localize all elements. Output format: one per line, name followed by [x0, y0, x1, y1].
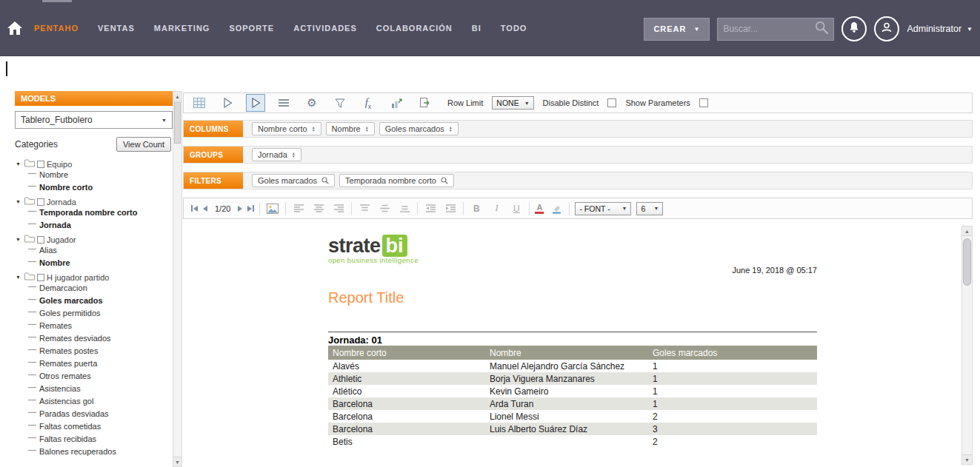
valign-middle-icon[interactable] — [377, 201, 392, 216]
field-chip[interactable]: Goles marcados — [252, 174, 335, 187]
tree-field[interactable]: Demarcacion — [16, 283, 171, 296]
collapse-caret-icon[interactable]: ▼ — [16, 237, 22, 242]
home-icon[interactable] — [7, 21, 22, 35]
view-count-button[interactable]: View Count — [116, 137, 171, 152]
tree-folder[interactable]: ▼Jornada — [16, 195, 171, 208]
tree-field[interactable]: Asistencias gol — [16, 397, 171, 409]
field-chip[interactable]: Nombre corto▲▼ — [252, 122, 321, 135]
outdent-icon[interactable] — [423, 201, 438, 216]
tree-field[interactable]: Balones recuperados — [16, 447, 171, 460]
valign-bottom-icon[interactable] — [397, 201, 412, 216]
tree-folder[interactable]: ▼Jugador — [16, 233, 171, 246]
tree-folder[interactable]: ▼H jugador partido — [16, 271, 171, 283]
field-chip[interactable]: Temporada nombre corto — [339, 174, 454, 187]
bold-button[interactable]: B — [469, 201, 484, 216]
user-menu[interactable]: Administrator ▼ — [907, 24, 973, 34]
nav-menu-item[interactable]: PENTAHO — [34, 24, 79, 33]
scroll-down-icon[interactable]: ▼ — [173, 457, 181, 466]
nav-menu-item[interactable]: MARKETING — [154, 24, 210, 33]
gear-icon[interactable]: ⚙ — [302, 94, 321, 112]
field-chip[interactable]: Jornada▲▼ — [252, 148, 301, 161]
export-icon[interactable] — [415, 94, 434, 112]
underline-button[interactable]: U — [509, 201, 524, 216]
group-header[interactable]: Jornada: 01 — [328, 335, 817, 346]
tree-field[interactable]: Faltas cometidas — [16, 422, 171, 434]
tree-field[interactable]: Nombre — [16, 170, 171, 183]
highlight-icon[interactable] — [549, 201, 564, 216]
tree-field[interactable]: Otros remates — [16, 372, 171, 384]
font-color-button[interactable]: A — [535, 204, 544, 214]
tree-field[interactable]: Remates postes — [16, 346, 171, 359]
tree-field[interactable]: Jornada — [16, 221, 171, 233]
scrollbar-thumb[interactable] — [963, 238, 971, 286]
search-icon[interactable] — [815, 21, 828, 37]
search-box[interactable] — [717, 18, 834, 41]
scrollbar-thumb[interactable] — [174, 102, 181, 144]
nav-menu-item[interactable]: VENTAS — [98, 24, 135, 33]
user-button[interactable] — [874, 16, 899, 41]
tree-field[interactable]: Nombre — [16, 258, 171, 271]
tree-field[interactable]: Temporada nombre corto — [16, 208, 171, 221]
font-size-select[interactable]: 6 ▼ — [636, 202, 663, 215]
collapse-caret-icon[interactable]: ▼ — [16, 275, 22, 280]
disable-distinct-checkbox[interactable] — [607, 98, 616, 107]
chart-icon[interactable] — [387, 94, 406, 112]
nav-menu-item[interactable]: COLABORACIÓN — [376, 24, 453, 33]
scroll-down-icon[interactable]: ▼ — [962, 454, 972, 464]
valign-top-icon[interactable] — [357, 201, 372, 216]
search-input[interactable] — [723, 24, 815, 34]
folder-checkbox[interactable] — [37, 274, 44, 281]
sidebar-scrollbar[interactable]: ▲ ▼ — [173, 91, 182, 467]
sort-icon[interactable]: ▲▼ — [292, 152, 296, 158]
scroll-up-icon[interactable]: ▲ — [962, 226, 972, 236]
tree-field[interactable]: Alias — [16, 246, 171, 258]
auto-refresh-icon[interactable] — [246, 94, 265, 112]
table-view-icon[interactable] — [190, 94, 209, 112]
scroll-up-icon[interactable]: ▲ — [173, 92, 181, 101]
tree-field[interactable]: Goles marcados — [16, 296, 171, 309]
model-select[interactable]: Tablero_Futbolero ▼ — [15, 111, 173, 129]
indent-icon[interactable] — [443, 201, 458, 216]
formula-fx-icon[interactable]: fx — [359, 94, 378, 112]
image-icon[interactable] — [265, 201, 280, 216]
field-chip[interactable]: Goles marcados▲▼ — [379, 122, 459, 135]
last-page-icon[interactable] — [247, 205, 254, 212]
list-view-icon[interactable] — [274, 94, 293, 112]
tree-folder[interactable]: ▼Equipo — [16, 158, 171, 170]
align-center-icon[interactable] — [311, 201, 326, 216]
folder-checkbox[interactable] — [37, 161, 44, 168]
row-limit-select[interactable]: NONE ▼ — [492, 96, 533, 110]
notifications-button[interactable] — [841, 16, 867, 41]
prev-page-icon[interactable] — [203, 206, 207, 212]
next-page-icon[interactable] — [238, 206, 242, 212]
run-icon[interactable] — [218, 94, 237, 112]
sort-icon[interactable]: ▲▼ — [365, 126, 369, 132]
show-parameters-checkbox[interactable] — [699, 98, 708, 107]
sort-icon[interactable]: ▲▼ — [449, 126, 453, 132]
tree-field[interactable]: Faltas recibidas — [16, 434, 171, 447]
folder-checkbox[interactable] — [37, 236, 44, 243]
tree-field[interactable]: Asistencias — [16, 384, 171, 397]
create-button[interactable]: CREAR ▼ — [644, 18, 710, 41]
collapse-caret-icon[interactable]: ▼ — [16, 199, 22, 204]
filter-funnel-icon[interactable] — [330, 94, 350, 112]
font-select[interactable]: - FONT - ▼ — [575, 202, 631, 215]
tree-field[interactable]: Goles permitidos — [16, 309, 171, 321]
nav-menu-item[interactable]: ACTIVIDADES — [293, 24, 357, 33]
first-page-icon[interactable] — [191, 205, 198, 212]
tree-field[interactable]: Remates desviados — [16, 334, 171, 346]
tree-field[interactable]: Remates puerta — [16, 359, 171, 372]
tree-field[interactable]: Remates — [16, 321, 171, 334]
filter-search-icon[interactable] — [441, 177, 448, 184]
nav-menu-item[interactable]: TODO — [501, 24, 527, 33]
align-right-icon[interactable] — [331, 201, 346, 216]
report-scrollbar[interactable]: ▲ ▼ — [961, 226, 973, 465]
italic-button[interactable]: I — [489, 201, 504, 216]
folder-checkbox[interactable] — [37, 198, 44, 206]
align-left-icon[interactable] — [291, 201, 306, 216]
sort-icon[interactable]: ▲▼ — [312, 126, 316, 132]
collapse-caret-icon[interactable]: ▼ — [16, 161, 22, 167]
report-title[interactable]: Report Title — [328, 289, 404, 306]
tree-field[interactable]: Nombre corto — [16, 183, 171, 195]
field-chip[interactable]: Nombre▲▼ — [326, 122, 375, 135]
